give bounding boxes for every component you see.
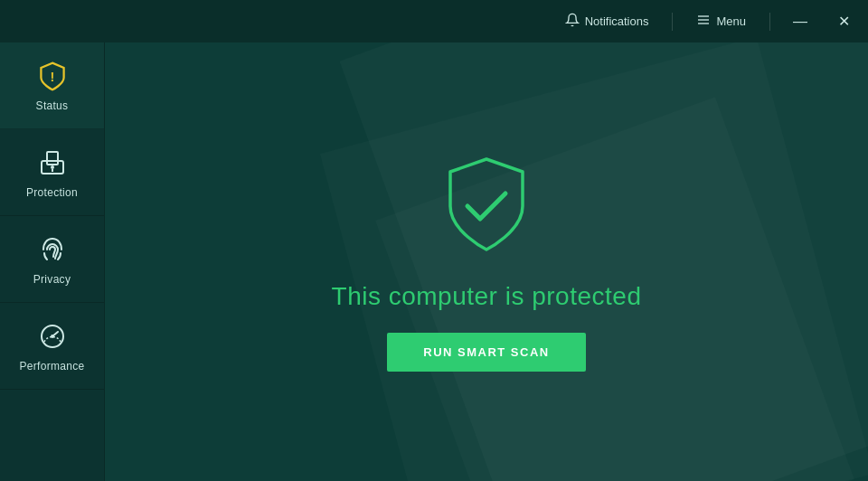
- protected-shield-icon: [437, 152, 536, 260]
- sidebar-performance-label: Performance: [20, 360, 85, 373]
- status-icon: !: [36, 60, 69, 92]
- run-smart-scan-button[interactable]: RUN SMART SCAN: [387, 333, 585, 372]
- svg-text:!: !: [50, 70, 54, 84]
- minimize-button[interactable]: —: [787, 8, 814, 35]
- privacy-icon: [36, 233, 69, 266]
- sidebar: ! Status Protection: [0, 42, 105, 481]
- notifications-button[interactable]: Notifications: [558, 9, 656, 33]
- menu-icon: [696, 13, 711, 30]
- titlebar-actions: Notifications Menu — ✕: [558, 8, 857, 35]
- sidebar-item-status[interactable]: ! Status: [0, 42, 104, 129]
- titlebar-divider: [672, 13, 673, 31]
- sidebar-privacy-label: Privacy: [33, 273, 71, 286]
- sidebar-item-protection[interactable]: Protection: [0, 129, 104, 216]
- menu-label: Menu: [716, 14, 746, 28]
- svg-point-6: [51, 165, 54, 169]
- menu-button[interactable]: Menu: [689, 9, 753, 33]
- center-content: This computer is protected RUN SMART SCA…: [332, 152, 642, 372]
- svg-point-10: [51, 335, 54, 338]
- performance-icon: [36, 320, 69, 353]
- status-message: This computer is protected: [332, 282, 642, 311]
- sidebar-item-privacy[interactable]: Privacy: [0, 216, 104, 303]
- sidebar-status-label: Status: [36, 99, 69, 112]
- bell-icon: [565, 13, 580, 30]
- svg-rect-4: [47, 152, 58, 165]
- notifications-label: Notifications: [585, 14, 649, 28]
- sidebar-protection-label: Protection: [26, 186, 78, 199]
- protection-icon: [36, 146, 69, 179]
- titlebar: Notifications Menu — ✕: [0, 0, 868, 42]
- close-button[interactable]: ✕: [830, 8, 857, 35]
- sidebar-item-performance[interactable]: Performance: [0, 303, 104, 390]
- content-area: This computer is protected RUN SMART SCA…: [105, 42, 868, 481]
- titlebar-divider2: [769, 13, 770, 31]
- main-layout: ! Status Protection: [0, 42, 868, 481]
